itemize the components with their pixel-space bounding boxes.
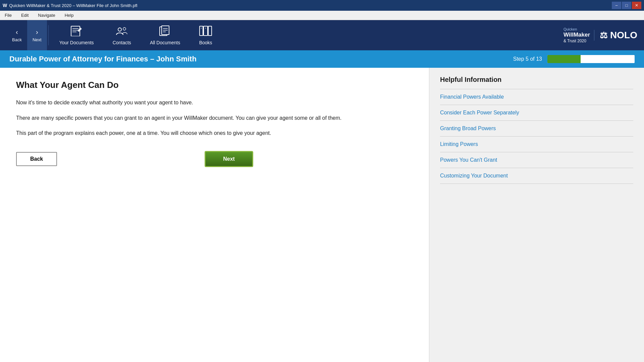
contacts-button[interactable]: Contacts xyxy=(103,20,141,50)
logo-willmaker-text: Quicken WillMaker & Trust 2020 xyxy=(564,27,590,43)
all-documents-button[interactable]: All Documents xyxy=(141,20,190,50)
app-icon: W xyxy=(3,3,7,8)
helpful-link-financial-powers[interactable]: Financial Powers Available xyxy=(440,89,633,105)
next-button[interactable]: Next xyxy=(205,151,253,167)
logo-nolo: ⚖ NOLO xyxy=(594,30,637,41)
books-label: Books xyxy=(199,40,212,45)
paragraph-1: Now it's time to decide exactly what aut… xyxy=(16,98,413,107)
toolbar: ‹ Back › Next Your Documents xyxy=(0,20,644,50)
button-row: Back Next xyxy=(16,151,413,167)
step-info: Step 5 of 13 xyxy=(513,55,635,63)
helpful-link-granting-broad-powers[interactable]: Granting Broad Powers xyxy=(440,121,633,137)
next-toolbar-button[interactable]: › Next xyxy=(27,20,47,50)
title-bar: W Quicken WillMaker & Trust 2020 – WillM… xyxy=(0,0,644,11)
helpful-link-powers-cant-grant[interactable]: Powers You Can't Grant xyxy=(440,152,633,168)
title-bar-title: W Quicken WillMaker & Trust 2020 – WillM… xyxy=(3,3,137,8)
next-toolbar-label: Next xyxy=(33,37,42,42)
toolbar-divider-1 xyxy=(48,25,49,45)
progress-bar xyxy=(547,55,635,63)
helpful-link-customizing[interactable]: Customizing Your Document xyxy=(440,168,633,184)
contacts-icon xyxy=(115,25,128,38)
your-documents-button[interactable]: Your Documents xyxy=(50,20,103,50)
main-content: What Your Agent Can Do Now it's time to … xyxy=(0,68,644,362)
step-banner: Durable Power of Attorney for Finances –… xyxy=(0,50,644,68)
logo-quicken: Quicken xyxy=(564,27,590,32)
your-documents-label: Your Documents xyxy=(59,40,94,45)
minimize-button[interactable]: – xyxy=(612,2,621,9)
books-button[interactable]: Books xyxy=(190,20,222,50)
contacts-label: Contacts xyxy=(113,40,131,45)
books-icon xyxy=(199,25,212,38)
helpful-link-consider-each-power[interactable]: Consider Each Power Separately xyxy=(440,105,633,121)
all-documents-icon xyxy=(159,25,171,38)
paragraph-2: There are many specific powers that you … xyxy=(16,114,413,122)
nolo-text: NOLO xyxy=(610,30,637,41)
window-title: Quicken WillMaker & Trust 2020 – WillMak… xyxy=(9,3,137,8)
maximize-button[interactable]: □ xyxy=(622,2,631,9)
paragraph-3: This part of the program explains each p… xyxy=(16,129,413,138)
helpful-link-limiting-powers[interactable]: Limiting Powers xyxy=(440,137,633,152)
back-toolbar-button[interactable]: ‹ Back xyxy=(7,20,27,50)
logo-willmaker: WillMaker xyxy=(564,32,590,38)
back-arrow-icon: ‹ xyxy=(16,28,18,36)
menu-bar: File Edit Navigate Help xyxy=(0,11,644,20)
section-title: What Your Agent Can Do xyxy=(16,80,413,90)
menu-help[interactable]: Help xyxy=(63,12,76,18)
svg-rect-14 xyxy=(208,26,212,36)
banner-title: Durable Power of Attorney for Finances –… xyxy=(9,55,197,63)
close-button[interactable]: ✕ xyxy=(632,2,641,9)
title-bar-controls: – □ ✕ xyxy=(612,2,641,9)
right-panel: Helpful Information Financial Powers Ava… xyxy=(429,68,644,362)
step-label: Step 5 of 13 xyxy=(513,56,542,62)
all-documents-label: All Documents xyxy=(150,40,180,45)
svg-point-4 xyxy=(118,28,121,31)
progress-bar-fill xyxy=(547,55,581,63)
back-button[interactable]: Back xyxy=(16,152,57,166)
your-documents-icon xyxy=(70,25,83,38)
menu-file[interactable]: File xyxy=(3,12,14,18)
svg-point-5 xyxy=(123,28,126,30)
left-panel: What Your Agent Can Do Now it's time to … xyxy=(0,68,429,362)
menu-navigate[interactable]: Navigate xyxy=(36,12,57,18)
next-arrow-icon: › xyxy=(36,28,38,36)
menu-edit[interactable]: Edit xyxy=(19,12,31,18)
logo-trust: & Trust 2020 xyxy=(564,39,590,43)
toolbar-logo: Quicken WillMaker & Trust 2020 ⚖ NOLO xyxy=(564,27,637,43)
nolo-scale-icon: ⚖ xyxy=(600,30,607,41)
helpful-title: Helpful Information xyxy=(440,76,633,84)
back-toolbar-label: Back xyxy=(12,37,22,42)
